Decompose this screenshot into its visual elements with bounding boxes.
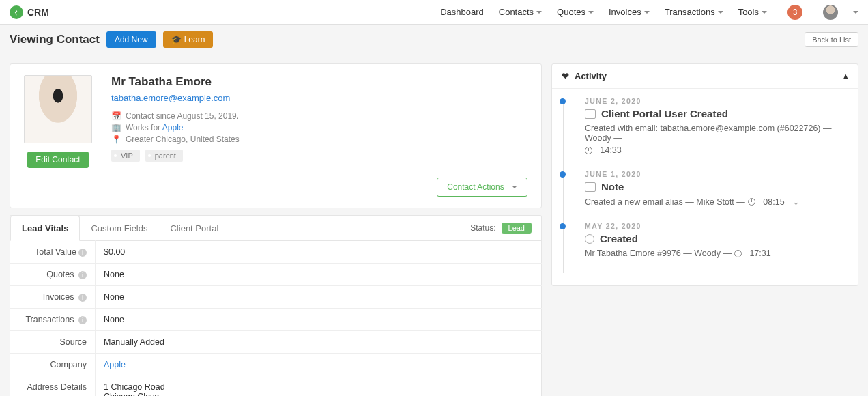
info-icon[interactable]: i [78, 294, 87, 302]
contact-since-text: Contact since August 15, 2019. [126, 111, 239, 121]
nav-items: Dashboard Contacts Quotes Invoices Trans… [440, 5, 858, 20]
calendar-icon: 📅 [111, 111, 121, 121]
chevron-down-icon [718, 11, 723, 14]
contact-card: Edit Contact Mr Tabatha Emore tabatha.em… [10, 63, 542, 208]
note-icon [585, 182, 596, 192]
tab-custom-fields[interactable]: Custom Fields [80, 216, 159, 240]
contact-email-link[interactable]: tabatha.emore@example.com [111, 93, 527, 103]
graduation-icon: 🎓 [171, 35, 182, 44]
total-value-label: Total Value [35, 247, 76, 257]
info-icon[interactable]: i [78, 316, 87, 324]
learn-label: Learn [184, 35, 205, 44]
contact-actions-button[interactable]: Contact Actions [437, 178, 527, 197]
brand-icon [10, 5, 23, 19]
info-icon[interactable]: i [78, 249, 87, 257]
top-nav: CRM Dashboard Contacts Quotes Invoices T… [0, 0, 868, 25]
activity-header: ❤ Activity ▴ [552, 64, 858, 89]
chevron-down-icon [588, 11, 594, 14]
nav-tools-label: Tools [738, 7, 759, 17]
tab-client-portal[interactable]: Client Portal [159, 216, 230, 240]
building-icon: 🏢 [111, 123, 121, 132]
tag-parent[interactable]: parent [145, 150, 183, 162]
total-value: $0.00 [96, 241, 542, 264]
nav-contacts[interactable]: Contacts [499, 7, 542, 17]
timeline-item: MAY 22, 2020 Created Mr Tabatha Emore #9… [573, 222, 841, 273]
nav-quotes-label: Quotes [557, 7, 585, 17]
timeline-dot [560, 171, 566, 178]
timeline-date: JUNE 2, 2020 [585, 97, 841, 105]
location-text: Greater Chicago, United States [126, 135, 240, 144]
info-icon[interactable]: i [78, 271, 87, 279]
activity-heading: Activity [575, 71, 607, 81]
chevron-down-icon [762, 11, 767, 14]
address-label: Address Details [10, 376, 96, 397]
clock-icon [748, 198, 755, 206]
nav-contacts-label: Contacts [499, 7, 534, 17]
chevron-down-icon [512, 186, 517, 188]
timeline-dot [560, 223, 566, 229]
brand[interactable]: CRM [10, 5, 49, 19]
timeline-title: Note [601, 181, 624, 193]
source-value: Manually Added [96, 331, 542, 354]
tabs-row: Lead Vitals Custom Fields Client Portal … [10, 215, 542, 240]
transactions-label: Transactions [25, 315, 74, 324]
address-value: 1 Chicago RoadChicago CloseChicagoGreate… [96, 376, 542, 397]
timeline-body: Created with email: tabatha.emore@exampl… [585, 124, 841, 143]
timeline-item: JUNE 2, 2020 Client Portal User Created … [573, 97, 841, 170]
activity-card: ❤ Activity ▴ JUNE 2, 2020 Client Portal … [551, 63, 858, 286]
status-badge: Lead [502, 223, 532, 234]
user-avatar[interactable] [823, 5, 838, 20]
back-to-list-button[interactable]: Back to List [805, 32, 858, 47]
tab-lead-vitals[interactable]: Lead Vitals [10, 216, 80, 241]
card-icon [585, 109, 596, 119]
timeline-date: JUNE 1, 2020 [585, 170, 841, 178]
source-label: Source [10, 331, 96, 354]
notification-badge[interactable]: 3 [787, 5, 802, 20]
timeline-title: Client Portal User Created [601, 108, 728, 119]
status-label: Status: [470, 223, 495, 233]
timeline-dot [560, 98, 566, 104]
nav-dashboard[interactable]: Dashboard [440, 7, 484, 17]
contact-since: 📅Contact since August 15, 2019. [111, 111, 527, 121]
row-company: CompanyApple [10, 354, 542, 376]
learn-button[interactable]: 🎓Learn [163, 31, 214, 48]
row-invoices: Invoices iNone [10, 286, 542, 309]
row-address: Address Details1 Chicago RoadChicago Clo… [10, 376, 542, 397]
timeline-time: 17:31 [749, 249, 770, 258]
nav-invoices[interactable]: Invoices [609, 7, 650, 17]
contact-name: Mr Tabatha Emore [111, 75, 527, 89]
contact-location: 📍Greater Chicago, United States [111, 135, 527, 144]
collapse-icon[interactable]: ▴ [843, 71, 848, 81]
gear-icon [585, 234, 594, 244]
nav-invoices-label: Invoices [609, 7, 641, 17]
timeline-title: Created [600, 233, 638, 244]
chevron-down-icon[interactable] [853, 11, 858, 14]
expand-icon[interactable]: ⌄ [792, 197, 800, 207]
timeline: JUNE 2, 2020 Client Portal User Created … [552, 89, 858, 285]
contact-actions-label: Contact Actions [447, 182, 504, 192]
edit-contact-button[interactable]: Edit Contact [27, 152, 88, 168]
tag-vip[interactable]: VIP [111, 150, 140, 162]
heart-icon: ❤ [562, 71, 569, 81]
clock-icon [585, 147, 592, 154]
chevron-down-icon [536, 11, 542, 14]
company-link[interactable]: Apple [162, 123, 184, 132]
nav-transactions[interactable]: Transactions [665, 7, 723, 17]
company-link[interactable]: Apple [104, 360, 126, 369]
timeline-date: MAY 22, 2020 [585, 222, 841, 230]
nav-tools[interactable]: Tools [738, 7, 767, 17]
quotes-value: None [96, 264, 542, 286]
row-source: SourceManually Added [10, 331, 542, 354]
transactions-value: None [96, 309, 542, 331]
page-bar: Viewing Contact Add New 🎓Learn Back to L… [0, 25, 868, 55]
clock-icon [734, 250, 742, 257]
page-title: Viewing Contact [10, 33, 100, 46]
nav-quotes[interactable]: Quotes [557, 7, 594, 17]
timeline-body: Created a new email alias — Mike Stott — [585, 197, 745, 207]
row-total-value: Total Valuei$0.00 [10, 241, 542, 264]
add-new-button[interactable]: Add New [106, 31, 156, 48]
timeline-item: JUNE 1, 2020 Note Created a new email al… [573, 170, 841, 222]
timeline-time: 08:15 [763, 197, 784, 207]
invoices-value: None [96, 286, 542, 309]
timeline-body: Mr Tabatha Emore #9976 — Woody — [585, 249, 732, 258]
